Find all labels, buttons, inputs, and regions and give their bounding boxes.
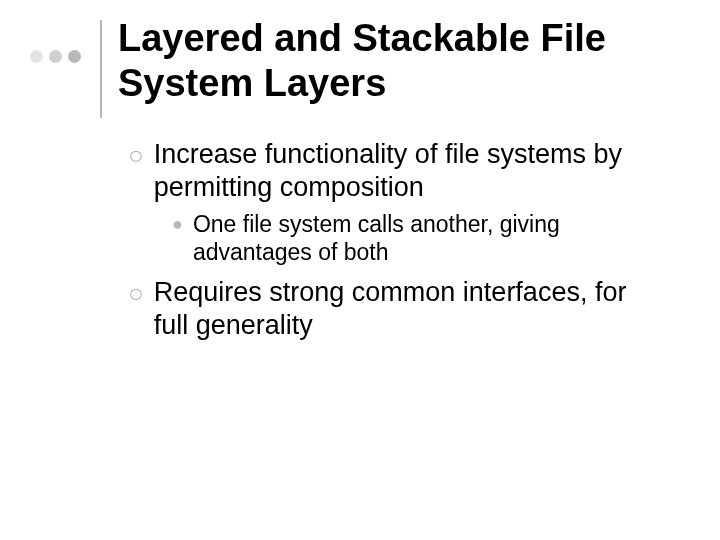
list-item: ● One file system calls another, giving … bbox=[172, 210, 668, 266]
decor-dot-icon bbox=[68, 50, 81, 63]
filled-circle-icon: ● bbox=[172, 214, 183, 236]
list-item-text: Requires strong common interfaces, for f… bbox=[154, 276, 668, 342]
hollow-circle-icon: ○ bbox=[128, 140, 144, 171]
list-item-text: Increase functionality of file systems b… bbox=[154, 138, 668, 204]
slide-body: ○ Increase functionality of file systems… bbox=[128, 138, 668, 348]
title-decor bbox=[30, 20, 110, 130]
slide-title: Layered and Stackable File System Layers bbox=[118, 16, 678, 106]
list-item: ○ Increase functionality of file systems… bbox=[128, 138, 668, 204]
slide: Layered and Stackable File System Layers… bbox=[0, 0, 720, 540]
decor-dot-icon bbox=[49, 50, 62, 63]
hollow-circle-icon: ○ bbox=[128, 278, 144, 309]
decor-dot-icon bbox=[30, 50, 43, 63]
decor-dots bbox=[30, 50, 81, 63]
decor-vline-icon bbox=[100, 20, 102, 118]
list-item: ○ Requires strong common interfaces, for… bbox=[128, 276, 668, 342]
list-item-text: One file system calls another, giving ad… bbox=[193, 210, 668, 266]
